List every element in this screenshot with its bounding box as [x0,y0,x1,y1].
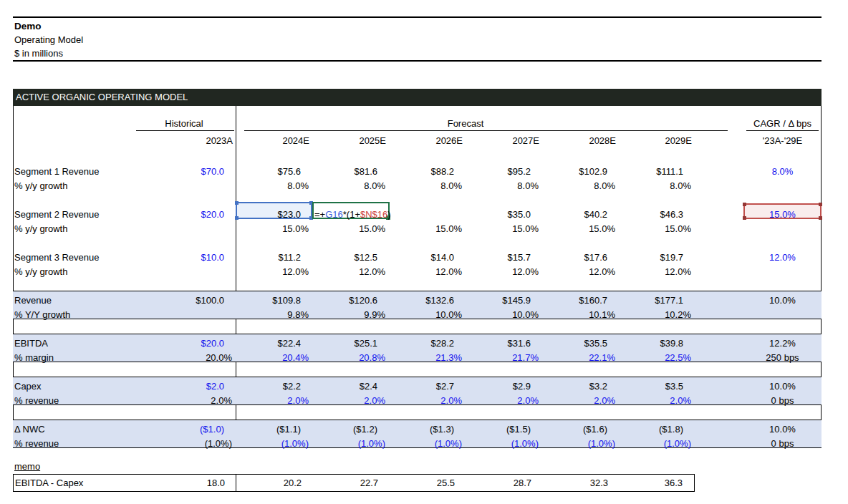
cell-cagr[interactable] [743,179,822,193]
cell-2026E[interactable]: $14.0 [389,251,466,265]
cell-2028E[interactable]: (1.0%) [542,437,619,451]
memo-cell-2029E[interactable]: 36.3 [620,475,694,491]
cell-2023A[interactable] [132,308,236,322]
cell-2029E[interactable]: $177.1 [619,294,695,308]
cell-2023A[interactable]: (1.0%) [132,437,236,451]
cell-2028E[interactable]: $40.2 [542,208,619,222]
cell-2029E[interactable]: $3.5 [619,379,695,394]
memo-cell-2028E[interactable]: 32.3 [543,475,620,491]
cell-2025E[interactable]: 15.0% [312,222,389,236]
cell-2027E[interactable]: $15.7 [466,251,542,265]
cell-cagr[interactable]: 10.0% [743,422,822,437]
row-label[interactable]: % y/y growth [13,222,132,236]
cell-2028E[interactable]: 10.1% [542,308,619,322]
cell-cagr[interactable]: 15.0% [743,208,822,222]
cell-cagr[interactable]: 12.2% [743,336,822,351]
cell-2026E[interactable]: ($1.3) [389,422,466,437]
row-label[interactable]: Segment 1 Revenue [13,165,132,179]
cell-2023A[interactable]: $70.0 [132,165,236,179]
memo-cell-2024E[interactable]: 20.2 [236,475,313,491]
cell-2024E[interactable]: 20.4% [236,351,312,365]
row-label[interactable]: EBITDA [13,336,132,351]
cell-2027E[interactable]: $145.9 [466,294,542,308]
memo-heading[interactable]: memo [14,461,40,472]
cell-2023A[interactable]: $2.0 [132,379,236,394]
cell-2023A[interactable] [132,222,236,236]
cell-2023A[interactable]: $100.0 [132,294,236,308]
cell-cagr[interactable] [743,265,822,279]
cell-2025E[interactable]: 20.8% [312,351,389,365]
cell-cagr[interactable]: 10.0% [743,379,822,394]
cell-2025E[interactable]: $12.5 [312,251,389,265]
cell-2028E[interactable]: 2.0% [542,394,619,408]
row-label[interactable]: Segment 2 Revenue [13,208,132,222]
cell-2027E[interactable]: $35.0 [466,208,542,222]
cell-cagr[interactable]: 12.0% [743,251,822,265]
cell-2024E[interactable]: (1.0%) [236,437,312,451]
cell-2027E[interactable]: 10.0% [466,308,542,322]
cell-2027E[interactable]: 15.0% [466,222,542,236]
cell-cagr[interactable] [743,222,822,236]
cell-2027E[interactable]: $95.2 [466,165,542,179]
row-label[interactable]: Δ NWC [13,422,132,437]
cell-2025E[interactable]: (1.0%) [312,437,389,451]
cell-2028E[interactable]: $3.2 [542,379,619,394]
memo-cell-2023A[interactable]: 18.0 [133,475,236,491]
cell-2026E[interactable]: $2.7 [389,379,466,394]
cell-2028E[interactable]: 15.0% [542,222,619,236]
cell-2027E[interactable]: (1.0%) [466,437,542,451]
cell-2027E[interactable]: 2.0% [466,394,542,408]
cell-2024E[interactable]: 2.0% [236,394,312,408]
cell-2027E[interactable]: $2.9 [466,379,542,394]
memo-row-label[interactable]: EBITDA - Capex [14,475,133,491]
cell-2024E[interactable]: 12.0% [236,265,312,279]
cell-2027E[interactable]: 8.0% [466,179,542,193]
cell-2028E[interactable]: $160.7 [542,294,619,308]
cell-2023A[interactable] [132,265,236,279]
cell-2026E[interactable]: 15.0% [389,222,466,236]
cell-2028E[interactable]: ($1.6) [542,422,619,437]
cell-2025E[interactable]: $2.4 [312,379,389,394]
cell-2024E[interactable]: $109.8 [236,294,312,308]
cell-2024E[interactable]: 9.8% [236,308,312,322]
cell-2024E[interactable]: $2.2 [236,379,312,394]
cell-2024E[interactable]: $11.2 [236,251,312,265]
cell-2029E[interactable]: $111.1 [619,165,695,179]
cell-2025E[interactable]: ($1.2) [312,422,389,437]
cell-2027E[interactable]: $31.6 [466,336,542,351]
row-label[interactable]: Capex [13,379,132,394]
cell-2025E[interactable]: 8.0% [312,179,389,193]
row-label[interactable]: % revenue [13,394,132,408]
cell-cagr[interactable]: 0 bps [743,437,822,451]
cell-2029E[interactable]: $46.3 [619,208,695,222]
cell-2027E[interactable]: 21.7% [466,351,542,365]
cell-2025E[interactable]: 2.0% [312,394,389,408]
cell-2026E[interactable]: (1.0%) [389,437,466,451]
cell-2024E[interactable]: $75.6 [236,165,312,179]
sheet-units[interactable]: $ in millions [14,47,83,60]
cell-2028E[interactable]: 22.1% [542,351,619,365]
cell-2028E[interactable]: 12.0% [542,265,619,279]
cell-2029E[interactable]: 12.0% [619,265,695,279]
cell-2026E[interactable]: $28.2 [389,336,466,351]
row-label[interactable]: Segment 3 Revenue [13,251,132,265]
memo-cell-2026E[interactable]: 25.5 [390,475,466,491]
cell-2023A[interactable]: 2.0% [132,394,236,408]
cell-2023A[interactable]: $20.0 [132,336,236,351]
cell-2023A[interactable] [132,179,236,193]
row-label[interactable]: % y/y growth [13,265,132,279]
cell-2023A[interactable]: $10.0 [132,251,236,265]
cell-2023A[interactable]: ($1.0) [132,422,236,437]
row-label[interactable]: Revenue [13,294,132,308]
cell-cagr[interactable]: 0 bps [743,394,822,408]
cell-2024E[interactable]: 15.0% [236,222,312,236]
cell-2025E[interactable]: 12.0% [312,265,389,279]
cell-2027E[interactable]: ($1.5) [466,422,542,437]
cell-2029E[interactable]: $39.8 [619,336,695,351]
cell-2028E[interactable]: $102.9 [542,165,619,179]
cell-2029E[interactable]: $19.7 [619,251,695,265]
cell-2026E[interactable] [389,208,466,222]
cell-2028E[interactable]: $17.6 [542,251,619,265]
cell-2027E[interactable]: 12.0% [466,265,542,279]
cell-2026E[interactable]: 8.0% [389,179,466,193]
